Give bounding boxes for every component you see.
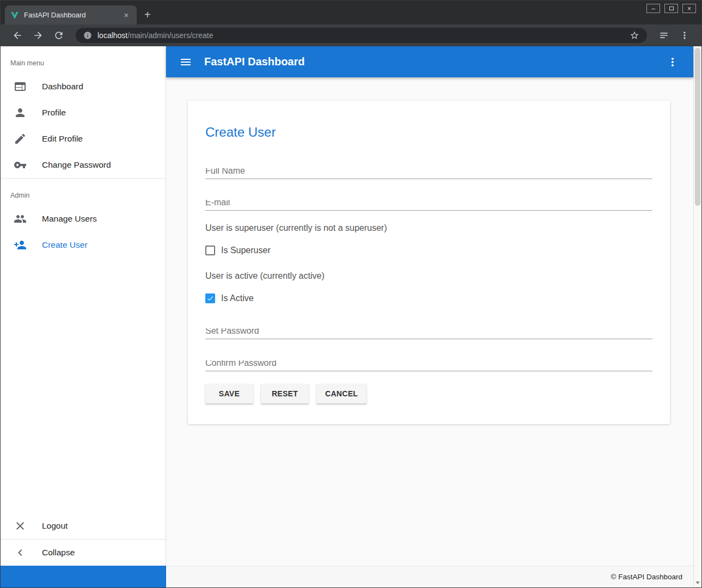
window-maximize-button[interactable] <box>664 4 678 13</box>
sidebar-section-admin: Admin <box>1 179 166 206</box>
scrollbar-down-arrow-icon[interactable] <box>695 581 700 584</box>
sidebar-item-label: Profile <box>42 108 66 118</box>
tab-close-icon[interactable]: × <box>121 10 131 20</box>
appbar: FastAPI Dashboard <box>166 46 693 77</box>
chevron-left-icon <box>14 546 27 559</box>
active-hint: User is active (currently active) <box>205 271 652 281</box>
key-icon <box>14 158 27 171</box>
sidebar-item-label: Logout <box>42 521 68 531</box>
pencil-icon <box>14 132 27 145</box>
page-body: Main menu Dashboard Profile <box>1 46 701 587</box>
sidebar-item-label: Create User <box>42 240 88 250</box>
confirm-password-input[interactable] <box>205 360 652 371</box>
sidebar-item-label: Edit Profile <box>42 134 83 144</box>
sidebar-spacer <box>1 258 166 513</box>
reading-list-icon[interactable] <box>658 30 669 41</box>
sidebar-item-label: Dashboard <box>42 82 83 91</box>
superuser-checkbox[interactable] <box>205 246 215 255</box>
url-host: localhost <box>97 31 127 40</box>
check-icon <box>206 295 214 302</box>
active-checkbox[interactable] <box>205 293 215 303</box>
dashboard-icon <box>14 80 27 93</box>
superuser-checkbox-label: Is Superuser <box>221 246 271 255</box>
person-add-icon <box>14 238 27 252</box>
create-user-card: Create User User is superuser (currently… <box>188 101 670 424</box>
main-column: FastAPI Dashboard Create User User is su… <box>166 46 693 587</box>
forward-icon[interactable] <box>33 30 44 41</box>
scrollbar-thumb[interactable] <box>695 48 700 206</box>
active-checkbox-row[interactable]: Is Active <box>205 293 652 303</box>
sidebar-item-logout[interactable]: Logout <box>1 513 166 539</box>
maximize-icon <box>669 7 674 10</box>
full-name-input[interactable] <box>205 168 652 179</box>
new-tab-button[interactable]: + <box>144 9 151 20</box>
sidebar-item-create-user[interactable]: Create User <box>1 232 166 258</box>
window-close-button[interactable]: × <box>682 4 696 13</box>
sidebar-section-main-menu: Main menu <box>1 46 166 74</box>
reload-icon[interactable] <box>53 30 64 41</box>
sidebar-item-label: Change Password <box>42 160 111 170</box>
sidebar-item-label: Collapse <box>42 548 75 558</box>
superuser-checkbox-row[interactable]: Is Superuser <box>205 246 652 255</box>
sidebar-item-collapse[interactable]: Collapse <box>1 540 166 566</box>
sidebar-item-edit-profile[interactable]: Edit Profile <box>1 126 166 152</box>
sidebar-item-change-password[interactable]: Change Password <box>1 152 166 178</box>
cancel-button[interactable]: CANCEL <box>316 384 367 403</box>
page-info-icon[interactable] <box>83 31 92 40</box>
sidebar-footer-strip <box>1 566 166 587</box>
scrollbar[interactable] <box>693 46 701 587</box>
sidebar-item-manage-users[interactable]: Manage Users <box>1 206 166 232</box>
sidebar: Main menu Dashboard Profile <box>1 46 166 566</box>
superuser-hint: User is superuser (currently is not a su… <box>205 223 652 233</box>
form-actions: SAVE RESET CANCEL <box>205 384 652 403</box>
email-input[interactable] <box>205 200 652 211</box>
close-icon: × <box>687 5 691 12</box>
person-icon <box>14 106 27 119</box>
hamburger-menu-icon[interactable] <box>179 56 192 69</box>
appbar-title: FastAPI Dashboard <box>204 56 666 68</box>
browser-window: FastAPI Dashboard × + – × localhost/main… <box>0 0 702 588</box>
browser-tab[interactable]: FastAPI Dashboard × <box>5 5 137 24</box>
save-button[interactable]: SAVE <box>205 384 253 403</box>
people-icon <box>14 212 27 225</box>
sidebar-item-label: Manage Users <box>42 214 97 224</box>
sidebar-item-dashboard[interactable]: Dashboard <box>1 74 166 100</box>
sidebar-item-profile[interactable]: Profile <box>1 100 166 126</box>
page-footer: © FastAPI Dashboard <box>166 566 693 587</box>
kebab-menu-icon[interactable] <box>666 56 679 69</box>
back-icon[interactable] <box>12 30 23 41</box>
active-checkbox-label: Is Active <box>221 293 254 303</box>
minimize-icon: – <box>651 5 655 12</box>
browser-titlebar: FastAPI Dashboard × + – × <box>1 1 701 24</box>
set-password-input[interactable] <box>205 328 652 339</box>
main-content: Create User User is superuser (currently… <box>166 77 693 566</box>
browser-navbar: localhost/main/admin/users/create <box>1 24 701 46</box>
copyright-text: © FastAPI Dashboard <box>611 573 682 581</box>
page-title: Create User <box>205 125 652 140</box>
window-minimize-button[interactable]: – <box>646 4 660 13</box>
tab-title: FastAPI Dashboard <box>24 11 121 19</box>
bookmark-star-icon[interactable] <box>630 30 639 40</box>
close-x-icon <box>14 519 27 532</box>
sidebar-column: Main menu Dashboard Profile <box>1 46 166 587</box>
browser-menu-icon[interactable] <box>679 30 690 41</box>
vuetify-logo-icon <box>10 11 19 20</box>
reset-button[interactable]: RESET <box>261 384 309 403</box>
url-path: /main/admin/users/create <box>127 31 213 40</box>
window-controls: – × <box>642 4 696 13</box>
address-bar[interactable]: localhost/main/admin/users/create <box>76 28 647 43</box>
